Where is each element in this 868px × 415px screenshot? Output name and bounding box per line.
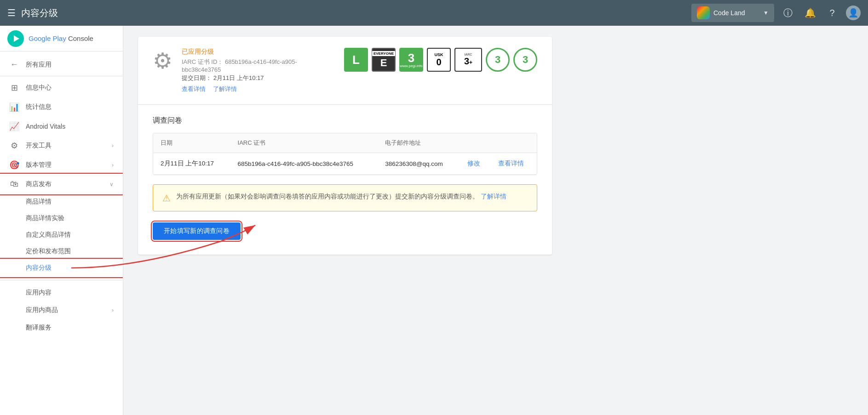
date-label: 提交日期： bbox=[182, 74, 212, 81]
sidebar-item-pricing-range[interactable]: 定价和发布范围 bbox=[0, 243, 123, 260]
sidebar-item-label: 开发工具 bbox=[26, 142, 52, 150]
header-right: Code Land ▼ ⓘ 🔔 ? 👤 bbox=[691, 4, 861, 22]
sidebar-item-statistics[interactable]: 📊 统计信息 bbox=[0, 97, 123, 117]
sidebar-brand: Google Play Console bbox=[29, 34, 93, 42]
sidebar-item-in-app-purchases[interactable]: 应用内商品 › bbox=[0, 301, 123, 319]
view-detail-link[interactable]: 查看详情 bbox=[498, 160, 524, 167]
col-actions bbox=[460, 133, 491, 153]
sidebar-top: Google Play Console bbox=[0, 26, 123, 51]
app-name: Code Land bbox=[713, 9, 759, 17]
sidebar-item-product-details-exp[interactable]: 商品详情实验 bbox=[0, 210, 123, 227]
rating-info: 已应用分级 IARC 证书 ID： 685b196a-c416-49fc-a90… bbox=[182, 48, 335, 93]
sidebar-item-label: 应用内容 bbox=[26, 289, 52, 297]
modify-link[interactable]: 修改 bbox=[467, 160, 480, 167]
row-action2[interactable]: 查看详情 bbox=[491, 153, 537, 175]
sidebar-item-label: 统计信息 bbox=[26, 103, 52, 111]
app-icon bbox=[697, 6, 710, 19]
page-title: 内容分级 bbox=[21, 7, 58, 19]
header-left: ☰ 内容分级 bbox=[7, 7, 58, 19]
avatar[interactable]: 👤 bbox=[846, 6, 861, 20]
badge-esrb: EVERYONE E bbox=[372, 48, 396, 72]
version-icon: 🎯 bbox=[9, 160, 19, 170]
sidebar-item-product-details[interactable]: 商品详情 bbox=[0, 193, 123, 210]
sidebar-item-label: 翻译服务 bbox=[26, 324, 52, 332]
chart-icon: 📊 bbox=[9, 102, 19, 112]
chevron-down-icon: ▼ bbox=[763, 10, 769, 16]
learn-more-link[interactable]: 了解详情 bbox=[213, 85, 237, 93]
sidebar-item-app-content[interactable]: 应用内容 bbox=[0, 284, 123, 301]
warning-box: ⚠ 为所有应用更新（如果对会影响调查问卷填答的应用内容或功能进行了更改）提交新的… bbox=[153, 184, 537, 211]
badge-usk: USK 0 bbox=[427, 48, 451, 72]
gear-icon: ⚙ bbox=[153, 48, 172, 74]
top-header: ☰ 内容分级 Code Land ▼ ⓘ 🔔 ? 👤 bbox=[0, 0, 868, 26]
chevron-right-icon: › bbox=[112, 142, 114, 149]
content-card: ⚙ 已应用分级 IARC 证书 ID： 685b196a-c416-49fc-a… bbox=[138, 37, 552, 255]
sub-item-label: 定价和发布范围 bbox=[26, 247, 71, 256]
sidebar-item-android-vitals[interactable]: 📈 Android Vitals bbox=[0, 117, 123, 136]
col-cert: IARC 证书 bbox=[230, 133, 378, 153]
sidebar-item-custom-product-details[interactable]: 自定义商品详情 bbox=[0, 227, 123, 243]
warning-message: 为所有应用更新（如果对会影响调查问卷填答的应用内容或功能进行了更改）提交新的内容… bbox=[176, 193, 479, 200]
questionnaire-title: 调查问卷 bbox=[153, 116, 537, 125]
questionnaire-section: 调查问卷 日期 IARC 证书 电子邮件地址 bbox=[138, 105, 552, 255]
notification-icon[interactable]: 🔔 bbox=[802, 5, 818, 21]
sidebar-item-label: Android Vitals bbox=[26, 123, 65, 130]
sidebar-nav: ← 所有应用 ⊞ 信息中心 📊 统计信息 📈 Android Vitals ⚙ bbox=[0, 51, 123, 340]
sub-item-label: 内容分级 bbox=[26, 264, 52, 272]
app-selector[interactable]: Code Land ▼ bbox=[691, 4, 774, 22]
info-icon[interactable]: ⓘ bbox=[780, 5, 796, 21]
vitals-icon: 📈 bbox=[9, 121, 19, 131]
sidebar-item-label: 商店发布 bbox=[26, 180, 52, 188]
sidebar-back-label: 所有应用 bbox=[26, 61, 52, 69]
sidebar-item-label: 信息中心 bbox=[26, 84, 52, 92]
rating-date: 提交日期： 2月11日 上午10:17 bbox=[182, 74, 335, 82]
help-icon[interactable]: ? bbox=[824, 5, 840, 21]
warning-icon: ⚠ bbox=[162, 193, 171, 204]
rating-section: ⚙ 已应用分级 IARC 证书 ID： 685b196a-c416-49fc-a… bbox=[138, 37, 552, 105]
play-console-logo bbox=[7, 30, 24, 47]
badge-circle-3b: 3 bbox=[513, 48, 537, 72]
chevron-right-icon: › bbox=[112, 162, 114, 168]
questionnaire-table-container: 日期 IARC 证书 电子邮件地址 2月11日 上午10:17 685b196a… bbox=[153, 133, 537, 175]
sub-item-label: 商品详情实验 bbox=[26, 214, 64, 222]
view-details-link[interactable]: 查看详情 bbox=[182, 85, 206, 93]
sidebar-item-version-mgmt[interactable]: 🎯 版本管理 › bbox=[0, 155, 123, 175]
questionnaire-table: 日期 IARC 证书 电子邮件地址 2月11日 上午10:17 685b196a… bbox=[153, 133, 537, 175]
sidebar-item-label: 应用内商品 bbox=[26, 306, 58, 314]
chevron-right-icon: › bbox=[112, 307, 114, 313]
hamburger-icon[interactable]: ☰ bbox=[7, 7, 16, 18]
warning-text: 为所有应用更新（如果对会影响调查问卷填答的应用内容或功能进行了更改）提交新的内容… bbox=[176, 192, 506, 201]
badge-iarc: IARC 3+ bbox=[454, 48, 482, 72]
badge-pegi3: 3 www.pegi.info bbox=[399, 48, 423, 72]
sidebar-item-store-publish[interactable]: 🛍 商店发布 ∨ bbox=[0, 175, 123, 193]
table-body: 2月11日 上午10:17 685b196a-c416-49fc-a905-bb… bbox=[153, 153, 537, 175]
sidebar: Google Play Console ← 所有应用 ⊞ 信息中心 📊 统计信息… bbox=[0, 26, 123, 415]
cert-id-row: IARC 证书 ID： 685b196a-c416-49fc-a905-bbc3… bbox=[182, 58, 335, 73]
sidebar-item-dev-tools[interactable]: ⚙ 开发工具 › bbox=[0, 136, 123, 155]
cert-id-label: IARC 证书 ID： bbox=[182, 58, 223, 65]
sidebar-item-content-rating[interactable]: 内容分级 bbox=[0, 260, 123, 276]
sidebar-item-label: 版本管理 bbox=[26, 161, 52, 169]
sub-item-label: 自定义商品详情 bbox=[26, 231, 71, 239]
badge-circle-3a: 3 bbox=[486, 48, 510, 72]
col-date: 日期 bbox=[153, 133, 230, 153]
chevron-down-icon: ∨ bbox=[109, 181, 114, 188]
start-questionnaire-button[interactable]: 开始填写新的调查问卷 bbox=[153, 222, 241, 240]
sidebar-item-translation[interactable]: 翻译服务 bbox=[0, 319, 123, 336]
dashboard-icon: ⊞ bbox=[9, 83, 19, 93]
date-value: 2月11日 上午10:17 bbox=[213, 74, 264, 81]
row-date: 2月11日 上午10:17 bbox=[153, 153, 230, 175]
back-arrow-icon: ← bbox=[9, 60, 19, 69]
main-content: ⚙ 已应用分级 IARC 证书 ID： 685b196a-c416-49fc-a… bbox=[123, 26, 868, 415]
sidebar-item-dashboard[interactable]: ⊞ 信息中心 bbox=[0, 78, 123, 97]
col-actions2 bbox=[491, 133, 537, 153]
badge-l: L bbox=[344, 48, 368, 72]
rating-links: 查看详情 了解详情 bbox=[182, 85, 335, 93]
warning-learn-more-link[interactable]: 了解详情 bbox=[481, 193, 506, 200]
table-row: 2月11日 上午10:17 685b196a-c416-49fc-a905-bb… bbox=[153, 153, 537, 175]
rating-status: 已应用分级 bbox=[182, 48, 335, 56]
row-cert: 685b196a-c416-49fc-a905-bbc38c4e3765 bbox=[230, 153, 378, 175]
row-action1[interactable]: 修改 bbox=[460, 153, 491, 175]
sidebar-item-all-apps[interactable]: ← 所有应用 bbox=[0, 55, 123, 74]
table-header: 日期 IARC 证书 电子邮件地址 bbox=[153, 133, 537, 153]
